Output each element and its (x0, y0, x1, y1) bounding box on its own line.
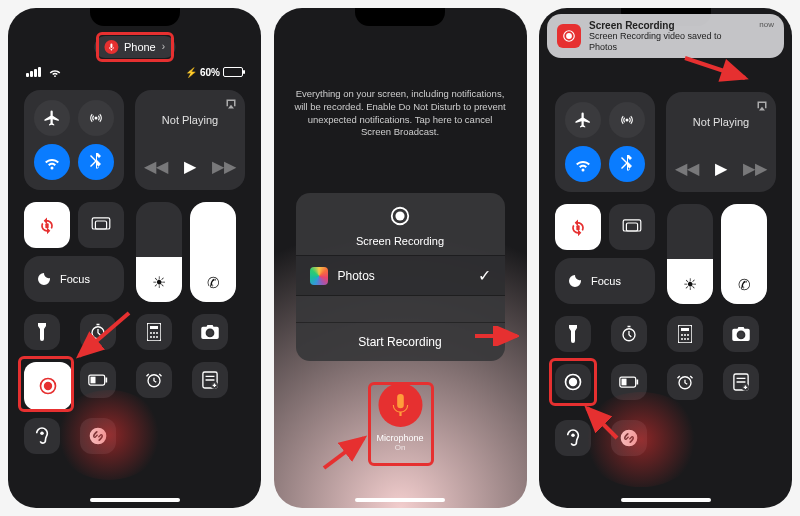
hearing-tile[interactable] (555, 420, 591, 456)
volume-slider[interactable]: ✆ (190, 202, 236, 302)
home-indicator[interactable] (90, 498, 180, 502)
svg-point-54 (571, 434, 575, 438)
svg-point-10 (150, 336, 152, 338)
quick-note-tile[interactable] (723, 364, 759, 400)
next-track-icon[interactable]: ▶▶ (743, 159, 767, 178)
notification-banner[interactable]: Screen Recording Screen Recording video … (547, 14, 784, 58)
svg-rect-50 (637, 380, 639, 385)
screen-record-tile[interactable] (24, 362, 72, 410)
svg-point-43 (684, 338, 686, 340)
start-recording-button[interactable]: Start Recording (296, 322, 505, 361)
phone-screenshot-1: Phone › ⚡ 60% (8, 8, 261, 508)
svg-point-32 (626, 119, 629, 122)
screen-recording-modal: Screen Recording Photos ✓ Start Recordin… (296, 193, 505, 361)
airplane-toggle[interactable] (34, 100, 70, 136)
airplay-icon[interactable] (225, 98, 237, 110)
active-app-pill[interactable]: Phone › (94, 36, 175, 58)
svg-point-0 (95, 117, 98, 120)
connectivity-cluster (555, 92, 655, 192)
bluetooth-toggle[interactable] (78, 144, 114, 180)
focus-tile[interactable]: Focus (555, 258, 655, 304)
flashlight-tile[interactable] (24, 314, 60, 350)
rotation-lock-tile[interactable] (555, 204, 601, 250)
airplay-icon[interactable] (756, 100, 768, 112)
low-power-tile[interactable] (80, 362, 116, 398)
svg-point-42 (681, 338, 683, 340)
timer-tile[interactable] (80, 314, 116, 350)
brightness-slider[interactable]: ☀ (667, 204, 713, 304)
camera-tile[interactable] (192, 314, 228, 350)
svg-point-26 (395, 211, 404, 220)
next-track-icon[interactable]: ▶▶ (212, 157, 236, 176)
focus-tile[interactable]: Focus (24, 256, 124, 302)
prev-track-icon[interactable]: ◀◀ (675, 159, 699, 178)
wifi-icon (48, 67, 62, 77)
wifi-toggle[interactable] (565, 146, 601, 182)
shazam-tile[interactable] (611, 420, 647, 456)
airdrop-toggle[interactable] (609, 102, 645, 138)
svg-point-22 (40, 432, 44, 436)
media-player[interactable]: Not Playing ◀◀ ▶ ▶▶ (135, 90, 245, 190)
svg-rect-3 (95, 221, 106, 229)
focus-label: Focus (60, 273, 90, 285)
notch (90, 8, 180, 26)
alarm-tile[interactable] (136, 362, 172, 398)
svg-point-9 (156, 332, 158, 334)
destination-label: Photos (338, 269, 468, 283)
svg-rect-33 (576, 225, 579, 230)
flashlight-tile[interactable] (555, 316, 591, 352)
airplane-toggle[interactable] (565, 102, 601, 138)
wifi-toggle[interactable] (34, 144, 70, 180)
brightness-icon: ☀ (152, 273, 166, 292)
media-title: Not Playing (145, 114, 235, 126)
svg-rect-49 (622, 379, 627, 386)
svg-point-45 (738, 332, 743, 337)
screen-mirror-tile[interactable] (78, 202, 124, 248)
camera-tile[interactable] (723, 316, 759, 352)
media-title: Not Playing (676, 116, 766, 128)
hearing-tile[interactable] (24, 418, 60, 454)
record-disclaimer: Everything on your screen, including not… (294, 88, 507, 139)
focus-label: Focus (591, 275, 621, 287)
shazam-tile[interactable] (80, 418, 116, 454)
quick-note-tile[interactable] (192, 362, 228, 398)
low-power-tile[interactable] (611, 364, 647, 400)
phone-screenshot-3: Screen Recording Screen Recording video … (539, 8, 792, 508)
connectivity-cluster (24, 90, 124, 190)
volume-slider[interactable]: ✆ (721, 204, 767, 304)
microphone-toggle[interactable]: Microphone On (376, 383, 423, 452)
bluetooth-toggle[interactable] (609, 146, 645, 182)
svg-point-41 (687, 334, 689, 336)
play-icon[interactable]: ▶ (184, 157, 196, 176)
svg-point-7 (150, 332, 152, 334)
svg-point-11 (153, 336, 155, 338)
brightness-slider[interactable]: ☀ (136, 202, 182, 302)
timer-tile[interactable] (611, 316, 647, 352)
prev-track-icon[interactable]: ◀◀ (144, 157, 168, 176)
svg-point-8 (153, 332, 155, 334)
airdrop-toggle[interactable] (78, 100, 114, 136)
calculator-tile[interactable] (667, 316, 703, 352)
media-player[interactable]: Not Playing ◀◀ ▶ ▶▶ (666, 92, 776, 192)
play-icon[interactable]: ▶ (715, 159, 727, 178)
home-indicator[interactable] (621, 498, 711, 502)
rotation-lock-tile[interactable] (24, 202, 70, 248)
svg-rect-18 (106, 378, 108, 383)
pill-label: Phone (124, 41, 156, 53)
record-destination-row[interactable]: Photos ✓ (296, 255, 505, 296)
moon-icon (36, 271, 52, 287)
record-app-icon (557, 24, 581, 48)
svg-point-40 (684, 334, 686, 336)
svg-point-47 (569, 378, 577, 386)
screen-record-tile[interactable] (555, 364, 591, 400)
alarm-tile[interactable] (667, 364, 703, 400)
photos-app-icon (310, 267, 328, 285)
calculator-tile[interactable] (136, 314, 172, 350)
brightness-icon: ☀ (683, 275, 697, 294)
svg-point-44 (687, 338, 689, 340)
svg-rect-1 (45, 223, 48, 228)
phone-screenshot-2: Everything on your screen, including not… (274, 8, 527, 508)
svg-line-31 (685, 58, 745, 78)
screen-mirror-tile[interactable] (609, 204, 655, 250)
home-indicator[interactable] (355, 498, 445, 502)
